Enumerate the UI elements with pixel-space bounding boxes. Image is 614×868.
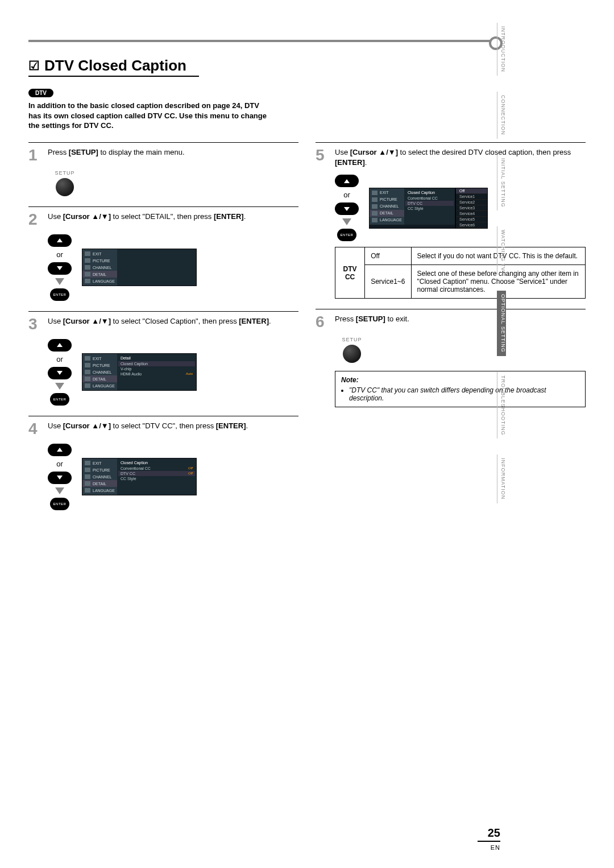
or-label: or [56, 460, 63, 468]
osd-menu-detail: EXIT PICTURE CHANNEL DETAIL LANGUAGE Det… [82, 353, 197, 391]
step-number: 2 [28, 212, 42, 228]
tab-initial-setting: INITIAL SETTING [497, 155, 506, 211]
remote-nav-cluster: or ENTER [335, 175, 359, 241]
page-number-rule [478, 841, 500, 842]
or-label: or [56, 250, 63, 259]
arrow-down-icon [342, 218, 351, 225]
cursor-down-icon [335, 202, 359, 215]
tab-introduction: INTRODUCTION [497, 23, 506, 76]
table-rowhead: DTV CC [335, 247, 365, 299]
tab-information: INFORMATION [497, 454, 506, 503]
enter-button-icon: ENTER [50, 498, 69, 510]
remote-nav-cluster: or ENTER [48, 234, 72, 301]
section-tabs: INTRODUCTION CONNECTION INITIAL SETTING … [497, 23, 506, 503]
step-6: 6 Press [SETUP] to exit. [316, 309, 586, 330]
step-number: 1 [28, 147, 42, 163]
osd-menu-main: EXIT PICTURE CHANNEL DETAIL LANGUAGE [82, 249, 197, 286]
tab-connection: CONNECTION [497, 92, 506, 139]
or-label: or [56, 355, 63, 363]
step-4: 4 Use [Cursor ▲/▼] to select "DTV CC", t… [28, 416, 298, 437]
step-text: Use [Cursor ▲/▼] to select the desired D… [335, 147, 586, 168]
step-5-body: or ENTER EXIT PICTURE CHANNEL [335, 175, 586, 299]
step-2-body: or ENTER EXIT PICTURE CHANNEL DETAIL [48, 234, 298, 301]
enter-button-icon: ENTER [337, 229, 356, 241]
page-language: EN [491, 844, 500, 851]
cursor-up-icon [48, 339, 72, 352]
step-text: Use [Cursor ▲/▼] to select "DTV CC", the… [48, 421, 248, 437]
step-text: Press [SETUP] to exit. [335, 314, 409, 330]
step-text: Press [SETUP] to display the main menu. [48, 147, 185, 163]
setup-label: SETUP [335, 337, 369, 342]
tab-troubleshooting: TROUBLESHOOTING [497, 372, 506, 439]
top-rule [28, 40, 500, 42]
step-2: 2 Use [Cursor ▲/▼] to select "DETAIL", t… [28, 206, 298, 228]
step-4-body: or ENTER EXIT PICTURE CHANNEL DETAIL [48, 444, 298, 510]
or-label: or [343, 191, 350, 199]
enter-button-icon: ENTER [50, 288, 69, 301]
right-column: 5 Use [Cursor ▲/▼] to select the desired… [316, 142, 586, 520]
osd-menu-dtvcc: EXIT PICTURE CHANNEL DETAIL LANGUAGE Clo… [369, 188, 455, 229]
cursor-up-icon [48, 234, 72, 247]
table-cell: Off [365, 247, 411, 265]
enter-button-icon: ENTER [50, 393, 69, 406]
heading-text: DTV Closed Caption [44, 57, 186, 75]
note-header: Note: [341, 376, 579, 384]
step-1: 1 Press [SETUP] to display the main menu… [28, 142, 298, 163]
step-number: 6 [316, 314, 329, 330]
setup-label: SETUP [48, 170, 82, 176]
left-column: 1 Press [SETUP] to display the main menu… [28, 142, 298, 520]
step-3: 3 Use [Cursor ▲/▼] to select "Closed Cap… [28, 311, 298, 332]
note-item: "DTV CC" that you can switch differs dep… [349, 386, 579, 402]
step-1-body: SETUP [48, 170, 298, 196]
tab-optional-setting: OPTIONAL SETTING [497, 291, 506, 356]
table-cell: Service1~6 [365, 265, 411, 299]
note-box: Note: "DTV CC" that you can switch diffe… [335, 371, 586, 407]
arrow-down-icon [55, 278, 64, 285]
step-text: Use [Cursor ▲/▼] to select "Closed Capti… [48, 316, 271, 332]
manual-page: INTRODUCTION CONNECTION INITIAL SETTING … [0, 0, 614, 868]
tab-watching-tv: WATCHING TV [497, 226, 506, 275]
step-3-body: or ENTER EXIT PICTURE CHANNEL DETAIL [48, 339, 298, 406]
cursor-down-icon [48, 262, 72, 275]
remote-nav-cluster: or ENTER [48, 444, 72, 510]
step-5: 5 Use [Cursor ▲/▼] to select the desired… [316, 142, 586, 168]
heading-underline [28, 76, 199, 77]
check-icon: ☑ [28, 59, 40, 73]
step-text: Use [Cursor ▲/▼] to select "DETAIL", the… [48, 212, 246, 228]
step-number: 4 [28, 421, 42, 437]
page-number: 25 [488, 826, 500, 840]
step-number: 3 [28, 316, 42, 332]
arrow-down-icon [55, 487, 64, 494]
cursor-up-icon [335, 175, 359, 187]
dtv-badge: DTV [28, 89, 53, 97]
setup-button-icon [56, 178, 74, 196]
arrow-down-icon [55, 383, 64, 390]
setup-button-icon [343, 345, 361, 363]
cursor-down-icon [48, 472, 72, 484]
remote-nav-cluster: or ENTER [48, 339, 72, 406]
step-6-body: SETUP Note: "DTV CC" that you can switch… [335, 337, 586, 407]
osd-menu-closed-caption: EXIT PICTURE CHANNEL DETAIL LANGUAGE Clo… [82, 458, 197, 495]
dtvcc-options-table: DTV CC Off Select if you do not want DTV… [335, 247, 586, 299]
step-number: 5 [316, 147, 329, 168]
cursor-up-icon [48, 444, 72, 456]
cursor-down-icon [48, 367, 72, 379]
dtvcc-option-list: Off Service1 Service2 Service3 Service4 … [455, 188, 488, 229]
intro-text: In addition to the basic closed caption … [28, 101, 267, 131]
